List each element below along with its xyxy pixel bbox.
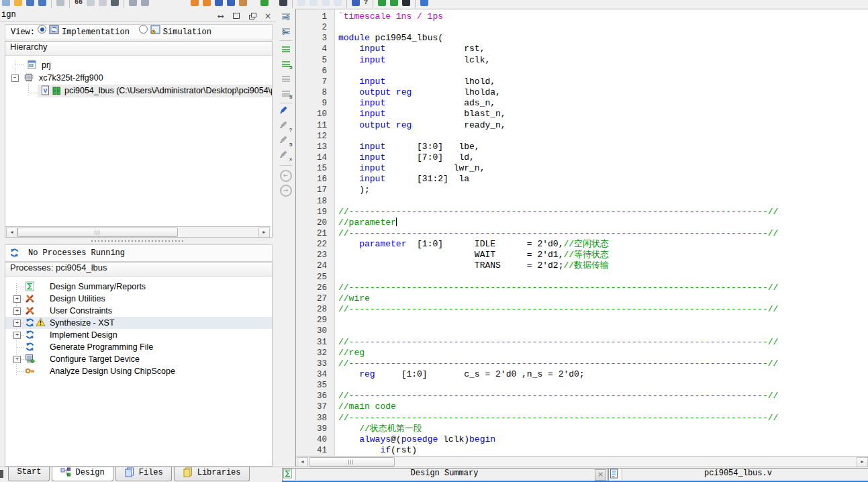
toolbar-icon-0[interactable] [2, 0, 10, 6]
code-line[interactable]: //reg [338, 348, 365, 358]
code-line[interactable]: input rst, [338, 44, 485, 54]
tree-expander[interactable]: + [13, 332, 21, 339]
toolbar-icon-3[interactable] [38, 0, 46, 6]
indent-green-icon[interactable] [279, 43, 293, 56]
toolbar-icon-7[interactable]: 66 [75, 0, 83, 8]
toolbar-icon-25[interactable] [297, 0, 305, 6]
editor-toolbar[interactable]: ◀▶55?5×←→ [276, 9, 295, 467]
toolbar-icon-18[interactable] [227, 0, 235, 6]
view-option-simulation[interactable]: Simulation [163, 25, 211, 40]
code-line[interactable]: //状态机第一段 [338, 424, 422, 434]
toolbar-icon-15[interactable] [191, 0, 199, 6]
indent5-green-icon[interactable]: 5 [279, 58, 293, 71]
process-item[interactable]: +Design Utilities [5, 293, 272, 305]
nav-back-icon[interactable]: ← [279, 168, 293, 181]
tab-design[interactable]: Design [52, 467, 113, 481]
toolbar-icon-10[interactable] [111, 0, 119, 6]
code-line[interactable]: input lhold, [338, 77, 495, 87]
toolbar-icon-27[interactable] [322, 0, 330, 6]
toolbar-icon-19[interactable] [239, 0, 247, 6]
toolbar-icon-35[interactable] [402, 0, 410, 6]
scroll-right-arrow[interactable]: ► [258, 228, 270, 238]
pen-x-icon[interactable]: × [279, 150, 293, 163]
code-line[interactable]: //--------------------------------------… [338, 358, 778, 369]
hierarchy-hscrollbar[interactable]: ◄ ► [5, 226, 271, 237]
code-line[interactable]: module pci9054_lbus( [338, 33, 443, 44]
toolbar-icon-26[interactable] [309, 0, 318, 6]
code-line[interactable]: input [3:0] lbe, [338, 142, 480, 152]
toolbar-icon-31[interactable]: ? [364, 0, 368, 8]
process-item[interactable]: +Configure Target Device [5, 353, 272, 365]
tree-expander[interactable]: − [11, 75, 19, 82]
nav-forward-icon[interactable]: → [279, 183, 293, 196]
hierarchy-item[interactable]: prj [5, 59, 272, 72]
radio-simulation[interactable] [139, 25, 148, 34]
scroll-left-arrow[interactable]: ◄ [297, 457, 308, 467]
toolbar-icon-30[interactable] [352, 0, 360, 6]
code-line[interactable]: TRANS = 2'd2;//数据传输 [338, 260, 609, 271]
process-item[interactable]: +User Constraints [5, 305, 272, 317]
code-line[interactable]: //--------------------------------------… [338, 337, 778, 348]
toolbar-icon-8[interactable] [87, 0, 95, 6]
editor-hscrollbar[interactable]: ◄ ► [296, 456, 868, 467]
code-editor[interactable]: 1234567891011121314151617181920212223242… [295, 9, 868, 467]
maximize-button[interactable] [231, 11, 242, 21]
design-panel-titlebar[interactable]: ign ↔ × [0, 9, 276, 22]
tree-expander[interactable]: + [13, 295, 21, 303]
process-item[interactable]: +Implement Design [5, 329, 272, 341]
next-bookmark-icon[interactable]: ▶ [279, 25, 293, 38]
scroll-thumb[interactable] [17, 228, 178, 237]
scroll-right-arrow[interactable]: ► [857, 457, 868, 467]
code-line[interactable]: //main code [338, 401, 396, 412]
code-line[interactable]: output reg lholda, [338, 87, 501, 98]
doc-tab-design-summary[interactable]: Design Summary× [282, 468, 608, 482]
scroll-left-arrow[interactable]: ◄ [6, 228, 17, 238]
code-line[interactable]: always@(posedge lclk)begin [338, 434, 495, 445]
tree-expander[interactable]: + [13, 320, 21, 327]
code-line[interactable]: input ads_n, [338, 98, 495, 109]
prev-bookmark-icon[interactable]: ◀ [279, 10, 293, 23]
tab-files[interactable]: Files [115, 467, 172, 481]
hierarchy-item[interactable]: Vpci9054_lbus (C:\Users\Administrator\De… [5, 85, 272, 97]
panel-splitter[interactable] [0, 238, 276, 244]
toolbar-icon-16[interactable] [203, 0, 211, 6]
process-item[interactable]: Design Summary/Reports [5, 281, 272, 293]
toolbar-icon-21[interactable] [260, 0, 269, 6]
float-button[interactable] [247, 11, 258, 21]
close-icon[interactable]: × [595, 469, 606, 481]
code-line[interactable]: ); [338, 185, 370, 195]
toolbar-icon-2[interactable] [26, 0, 34, 6]
pen-5-icon[interactable]: 5 [279, 135, 293, 148]
code-line[interactable]: //--------------------------------------… [338, 391, 778, 401]
code-line[interactable]: //parameter [338, 218, 397, 228]
code-line[interactable]: `timescale 1ns / 1ps [338, 11, 443, 22]
toolbar-icon-12[interactable] [129, 0, 137, 6]
doc-tab-source-file[interactable]: pci9054_lbus.v [608, 468, 868, 482]
scroll-thumb[interactable] [309, 457, 395, 467]
pen-question-icon[interactable]: ? [279, 120, 293, 134]
code-line[interactable]: WAIT = 2'd1,//等待状态 [338, 250, 609, 260]
code-line[interactable]: reg [1:0] c_s = 2'd0 ,n_s = 2'd0; [338, 369, 585, 380]
code-line[interactable]: //--------------------------------------… [338, 283, 778, 293]
main-toolbar[interactable]: 66? [0, 0, 868, 9]
process-item[interactable]: Analyze Design Using ChipScope [5, 365, 272, 377]
process-item[interactable]: Generate Programming File [5, 341, 272, 353]
code-line[interactable]: output reg ready_n, [338, 120, 506, 131]
radio-implementation[interactable] [38, 25, 46, 34]
toolbar-icon-9[interactable] [99, 0, 107, 6]
toolbar-icon-28[interactable] [334, 0, 342, 6]
tree-expander[interactable]: + [13, 356, 21, 363]
code-line[interactable]: input [7:0] ld, [338, 152, 475, 163]
hierarchy-item[interactable]: −xc7k325t-2ffg900 [5, 72, 272, 85]
toolbar-icon-13[interactable] [141, 0, 149, 6]
toolbar-icon-34[interactable] [390, 0, 398, 6]
toolbar-icon-23[interactable] [279, 0, 287, 6]
toolbar-icon-37[interactable] [420, 0, 428, 6]
code-line[interactable]: if(rst) [338, 445, 417, 456]
outdent-gray-icon[interactable] [279, 73, 293, 86]
code-line[interactable]: input [31:2] la [338, 174, 469, 185]
pen-blue-icon[interactable] [279, 105, 293, 119]
toolbar-icon-1[interactable] [14, 0, 22, 6]
code-line[interactable]: //--------------------------------------… [338, 413, 778, 424]
tab-start[interactable]: Start [8, 467, 50, 481]
